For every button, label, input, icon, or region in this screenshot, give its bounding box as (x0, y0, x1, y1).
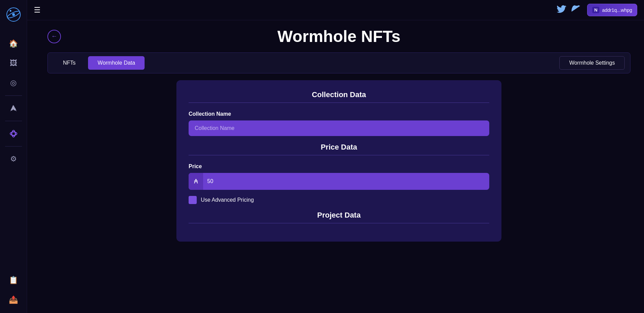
collection-name-field-group: Collection Name (189, 111, 489, 136)
tab-nfts[interactable]: NFTs (53, 56, 85, 70)
price-input-row: ₳ (189, 173, 489, 190)
topbar-left: ☰ (34, 6, 41, 15)
price-data-title: Price Data (189, 143, 489, 152)
project-divider (189, 223, 489, 223)
sidebar-item-exit[interactable]: 📤 (5, 291, 22, 308)
svg-point-3 (9, 10, 11, 12)
tabs-left: NFTs Wormhole Data (53, 56, 145, 70)
discord-icon[interactable] (572, 5, 582, 15)
page-content: ← Wormhole NFTs NFTs Wormhole Data Wormh… (27, 20, 644, 313)
advanced-pricing-label: Use Advanced Pricing (201, 197, 254, 203)
collection-data-title: Collection Data (189, 90, 489, 99)
price-data-section: Price Data Price ₳ Use Advanced Pricing (189, 143, 489, 204)
price-divider (189, 155, 489, 155)
project-data-section: Project Data (189, 211, 489, 223)
sidebar-bottom: 📋 📤 (5, 270, 22, 310)
sidebar-item-gallery[interactable]: 🖼 (5, 55, 22, 72)
sidebar-item-boost[interactable]: ⮝ (5, 100, 22, 117)
twitter-icon[interactable] (557, 5, 566, 15)
topbar-right: N addr1q...whpg (557, 4, 637, 16)
svg-point-2 (12, 13, 15, 16)
sidebar-item-settings[interactable]: ⚙ (5, 151, 22, 167)
wallet-network: N (592, 7, 599, 13)
topbar: ☰ N addr1q...whpg (27, 0, 644, 20)
price-input[interactable] (203, 174, 489, 189)
sidebar-divider-1 (5, 95, 22, 96)
app-logo[interactable] (2, 3, 25, 27)
sidebar-item-wormhole[interactable] (5, 125, 22, 142)
sidebar-item-target[interactable]: ◎ (5, 74, 22, 91)
main-content: ☰ N addr1q...whpg ← (27, 0, 644, 313)
sidebar-divider-2 (5, 121, 22, 121)
tab-wormhole-data[interactable]: Wormhole Data (88, 56, 145, 70)
page-title: Wormhole NFTs (277, 27, 401, 46)
page-header: ← Wormhole NFTs (47, 27, 630, 46)
sidebar-divider-3 (5, 146, 22, 147)
project-data-title: Project Data (189, 211, 489, 220)
collection-divider (189, 103, 489, 103)
advanced-pricing-row: Use Advanced Pricing (189, 196, 489, 204)
data-card: Collection Data Collection Name Price Da… (176, 80, 501, 242)
ada-icon: ₳ (189, 173, 203, 190)
advanced-pricing-checkbox[interactable] (189, 196, 197, 204)
sidebar-item-home[interactable]: 🏠 (5, 35, 22, 52)
collection-data-section: Collection Data Collection Name (189, 90, 489, 136)
hamburger-menu[interactable]: ☰ (34, 6, 41, 15)
collection-name-input[interactable] (189, 120, 489, 136)
wallet-button[interactable]: N addr1q...whpg (587, 4, 637, 16)
tabs-bar: NFTs Wormhole Data Wormhole Settings (47, 52, 630, 73)
tab-wormhole-settings[interactable]: Wormhole Settings (559, 56, 625, 70)
price-label: Price (189, 163, 489, 170)
price-field-group: Price ₳ Use Advanced Pricing (189, 163, 489, 204)
back-button[interactable]: ← (47, 30, 61, 43)
collection-name-label: Collection Name (189, 111, 489, 117)
sidebar: 🏠 🖼 ◎ ⮝ ⚙ 📋 📤 (0, 0, 27, 313)
sidebar-item-documents[interactable]: 📋 (5, 272, 22, 289)
wallet-address: addr1q...whpg (602, 7, 632, 13)
